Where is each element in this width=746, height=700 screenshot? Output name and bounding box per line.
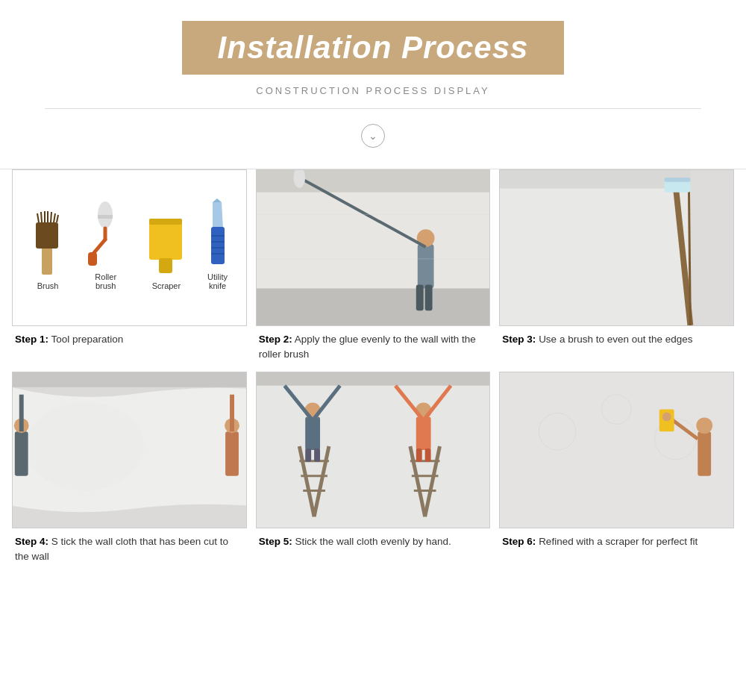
page-wrapper: Installation Process CONSTRUCTION PROCES… [0, 0, 746, 589]
svg-rect-32 [424, 285, 432, 311]
knife-tool: Utilityknife [207, 199, 229, 290]
step2-label: Step 2: [259, 334, 292, 345]
divider [45, 108, 701, 109]
knife-label: Utilityknife [207, 272, 228, 290]
svg-rect-48 [225, 431, 239, 475]
svg-rect-19 [211, 227, 225, 264]
steps-grid: Brush [0, 169, 746, 589]
svg-marker-18 [213, 199, 222, 202]
step1-image: Brush [12, 169, 247, 326]
row-images-bottom: Step 4: S tick the wall cloth that has b… [7, 372, 739, 574]
step5-desc: Step 5: Stick the wall cloth evenly by h… [256, 528, 491, 560]
step3-scene-svg [500, 170, 733, 325]
step6-image [499, 372, 734, 528]
step5-text: Stick the wall cloth evenly by hand. [295, 536, 451, 547]
step6-desc: Step 6: Refined with a scraper for perfe… [499, 528, 734, 560]
step4-image [12, 372, 247, 528]
step5-label: Step 5: [259, 536, 292, 547]
svg-point-45 [26, 402, 144, 491]
roller-icon [85, 199, 126, 269]
svg-rect-76 [424, 449, 430, 462]
roller-label: Rollerbrush [95, 272, 116, 290]
svg-rect-25 [257, 170, 490, 193]
brush-tool: Brush [30, 207, 66, 290]
step2-image [256, 169, 491, 326]
step4-scene-svg [13, 372, 246, 528]
svg-rect-31 [416, 285, 423, 311]
svg-rect-1 [36, 222, 58, 249]
svg-marker-17 [213, 202, 223, 228]
row-images-top: Brush [7, 169, 739, 372]
page-title: Installation Process [218, 30, 529, 66]
svg-line-12 [93, 240, 105, 254]
svg-rect-0 [42, 245, 52, 275]
svg-rect-16 [159, 258, 172, 273]
svg-point-86 [662, 413, 671, 422]
svg-rect-46 [15, 431, 28, 475]
step4-cell: Step 4: S tick the wall cloth that has b… [7, 372, 251, 574]
step6-label: Step 6: [502, 536, 536, 547]
svg-rect-82 [698, 431, 712, 475]
svg-rect-13 [88, 252, 97, 266]
step5-cell: Step 5: Stick the wall cloth evenly by h… [251, 372, 495, 574]
svg-rect-38 [691, 170, 733, 325]
step2-desc: Step 2: Apply the glue evenly to the wal… [256, 326, 491, 372]
step6-cell: Step 6: Refined with a scraper for perfe… [495, 372, 739, 574]
brush-icon [30, 207, 66, 278]
subtitle: CONSTRUCTION PROCESS DISPLAY [15, 85, 731, 96]
svg-line-3 [41, 212, 42, 222]
step5-scene-svg [257, 372, 490, 528]
svg-line-8 [57, 215, 58, 222]
step4-label: Step 4: [15, 536, 48, 547]
step1-cell: Brush [7, 169, 251, 372]
svg-rect-53 [257, 372, 490, 386]
svg-rect-64 [305, 449, 311, 462]
svg-rect-60 [305, 417, 320, 451]
svg-rect-54 [257, 386, 490, 528]
knife-icon [207, 199, 229, 269]
step3-image [499, 169, 734, 326]
step6-scene-svg [500, 372, 733, 528]
step3-desc: Step 3: Use a brush to even out the edge… [499, 326, 734, 357]
svg-rect-10 [98, 215, 113, 219]
svg-line-2 [37, 213, 39, 222]
step3-label: Step 3: [502, 334, 536, 345]
tools-row: Brush [20, 201, 239, 290]
title-box: Installation Process [182, 21, 565, 75]
step1-label: Step 1: [15, 334, 48, 345]
scraper-tool: Scraper [145, 207, 186, 290]
svg-rect-42 [665, 178, 691, 182]
svg-rect-14 [149, 219, 182, 260]
svg-rect-75 [416, 449, 421, 462]
svg-line-40 [689, 185, 691, 325]
svg-rect-44 [13, 372, 246, 387]
step2-cell: Step 2: Apply the glue evenly to the wal… [251, 169, 495, 372]
chevron-down-area: ⌄ [15, 116, 731, 161]
svg-rect-27 [417, 244, 433, 288]
step3-text: Use a brush to even out the edges [539, 334, 692, 345]
step1-text: Tool preparation [51, 334, 124, 345]
brush-label: Brush [37, 281, 59, 290]
tools-display: Brush [13, 170, 246, 325]
svg-point-83 [697, 418, 713, 434]
roller-tool: Rollerbrush [85, 199, 126, 290]
step4-desc: Step 4: S tick the wall cloth that has b… [12, 528, 247, 574]
svg-rect-26 [257, 288, 490, 325]
step2-scene-svg [257, 170, 490, 325]
chevron-down-icon: ⌄ [361, 124, 385, 148]
svg-rect-71 [416, 417, 430, 451]
svg-line-7 [54, 213, 55, 222]
scraper-icon [145, 207, 186, 278]
step1-desc: Step 1: Tool preparation [12, 326, 247, 357]
step5-image [256, 372, 491, 528]
svg-line-6 [51, 212, 51, 222]
step6-text: Refined with a scraper for perfect fit [539, 536, 698, 547]
step3-cell: Step 3: Use a brush to even out the edge… [495, 169, 739, 372]
svg-rect-65 [314, 449, 320, 462]
svg-rect-15 [149, 219, 182, 225]
scraper-label: Scraper [152, 281, 181, 290]
header-section: Installation Process CONSTRUCTION PROCES… [0, 0, 746, 169]
